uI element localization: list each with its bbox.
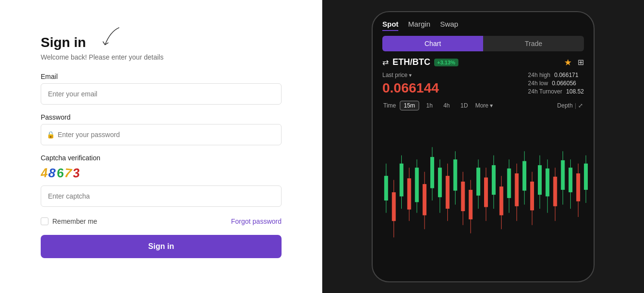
remember-checkbox[interactable] — [41, 217, 48, 225]
tab-margin[interactable]: Margin — [408, 20, 430, 31]
email-input[interactable] — [41, 83, 282, 105]
time-controls: Time 15m 1h 4h 1D More ▾ Depth | ⤢ — [382, 101, 584, 110]
stat-high: 24h high 0.066171 — [528, 72, 584, 78]
svg-rect-13 — [430, 157, 434, 188]
arrow-decoration — [95, 24, 128, 54]
time-15m[interactable]: 15m — [400, 101, 419, 110]
time-1d[interactable]: 1D — [457, 101, 471, 110]
remember-row: Remember me Forgot password — [41, 217, 282, 225]
pair-badge: +3.13% — [434, 59, 458, 66]
chart-button[interactable]: Chart — [382, 36, 483, 51]
pair-row: ⇄ ETH/BTC +3.13% ★ ⊞ — [382, 57, 584, 68]
email-group: Email — [41, 73, 282, 105]
password-label: Password — [41, 113, 282, 121]
svg-rect-11 — [423, 184, 426, 215]
depth-section: Depth | ⤢ — [557, 102, 583, 109]
stat-turnover: 24h Turnover 108.52 — [528, 88, 584, 95]
chart-trade-switcher: Chart Trade — [382, 36, 584, 51]
password-input[interactable] — [41, 124, 282, 145]
captcha-image: 4 8 6 7 3 — [41, 166, 282, 181]
captcha-char-1: 4 — [40, 165, 48, 181]
grid-icon[interactable]: ⊞ — [578, 58, 584, 67]
svg-rect-33 — [507, 168, 511, 198]
remember-left: Remember me — [41, 217, 97, 225]
svg-rect-39 — [530, 181, 534, 210]
divider: | — [575, 102, 576, 109]
svg-rect-43 — [546, 168, 550, 196]
svg-rect-41 — [538, 165, 542, 195]
chart-area — [373, 114, 594, 281]
svg-rect-5 — [400, 163, 404, 196]
svg-rect-45 — [553, 176, 557, 206]
captcha-char-3: 6 — [56, 166, 64, 181]
svg-rect-25 — [476, 168, 480, 196]
left-panel: Sign in Welcome back! Please enter your … — [0, 0, 322, 293]
svg-rect-37 — [522, 161, 526, 190]
star-icon[interactable]: ★ — [564, 57, 572, 68]
more-button[interactable]: More ▾ — [475, 102, 493, 109]
time-label: Time — [383, 102, 396, 109]
svg-rect-29 — [492, 165, 496, 195]
svg-rect-17 — [446, 176, 450, 209]
time-4h[interactable]: 4h — [440, 101, 453, 110]
email-label: Email — [41, 73, 282, 80]
captcha-char-4: 7 — [64, 165, 73, 181]
svg-rect-35 — [515, 173, 518, 206]
right-panel: Spot Margin Swap Chart Trade ⇄ ETH/BTC +… — [322, 0, 644, 293]
password-group: Password 🔒 — [41, 113, 282, 145]
tab-spot[interactable]: Spot — [382, 20, 398, 31]
svg-rect-47 — [561, 160, 565, 189]
svg-rect-53 — [584, 163, 588, 189]
svg-rect-23 — [469, 189, 472, 219]
captcha-group: Captcha verification 4 8 6 7 3 — [41, 154, 282, 207]
svg-rect-1 — [384, 176, 388, 200]
svg-rect-49 — [568, 168, 572, 192]
trade-button[interactable]: Trade — [483, 36, 584, 51]
remember-label: Remember me — [52, 217, 97, 225]
phone-header: Spot Margin Swap Chart Trade ⇄ ETH/BTC +… — [373, 12, 594, 114]
expand-icon[interactable]: ⤢ — [578, 102, 583, 109]
candlestick-chart — [377, 114, 589, 278]
page-title: Sign in — [41, 35, 282, 50]
last-price-label: Last price ▾ — [382, 72, 528, 78]
svg-rect-27 — [484, 177, 488, 207]
price-left: Last price ▾ 0.066144 — [382, 72, 528, 96]
svg-rect-3 — [392, 192, 396, 221]
swap-arrows-icon: ⇄ — [382, 58, 389, 67]
current-price: 0.066144 — [382, 80, 528, 96]
pair-label: ETH/BTC — [393, 57, 430, 67]
forgot-password-link[interactable]: Forgot password — [231, 217, 282, 225]
svg-rect-51 — [576, 173, 580, 201]
depth-label: Depth — [557, 102, 573, 109]
price-stats-row: Last price ▾ 0.066144 24h high 0.066171 … — [382, 72, 584, 96]
svg-rect-19 — [454, 159, 457, 190]
time-1h[interactable]: 1h — [423, 101, 436, 110]
svg-rect-31 — [500, 186, 503, 215]
sign-in-button[interactable]: Sign in — [41, 235, 282, 258]
captcha-label: Captcha verification — [41, 154, 282, 162]
captcha-char-5: 3 — [72, 165, 80, 181]
trade-tabs-top: Spot Margin Swap — [382, 20, 584, 31]
captcha-input[interactable] — [41, 185, 282, 207]
price-right: 24h high 0.066171 24h low 0.066056 24h T… — [528, 72, 584, 95]
svg-rect-7 — [407, 178, 411, 209]
svg-rect-15 — [438, 168, 442, 197]
pair-name: ⇄ ETH/BTC +3.13% — [382, 57, 458, 67]
lock-icon: 🔒 — [47, 131, 55, 139]
pair-actions: ★ ⊞ — [564, 57, 584, 68]
welcome-text: Welcome back! Please enter your details — [41, 53, 282, 61]
phone-mockup: Spot Margin Swap Chart Trade ⇄ ETH/BTC +… — [372, 11, 595, 282]
tab-swap[interactable]: Swap — [440, 20, 458, 31]
captcha-char-2: 8 — [48, 165, 56, 181]
svg-rect-21 — [461, 181, 465, 211]
stat-low: 24h low 0.066056 — [528, 80, 584, 87]
password-wrapper: 🔒 — [41, 124, 282, 145]
svg-rect-9 — [415, 168, 419, 202]
